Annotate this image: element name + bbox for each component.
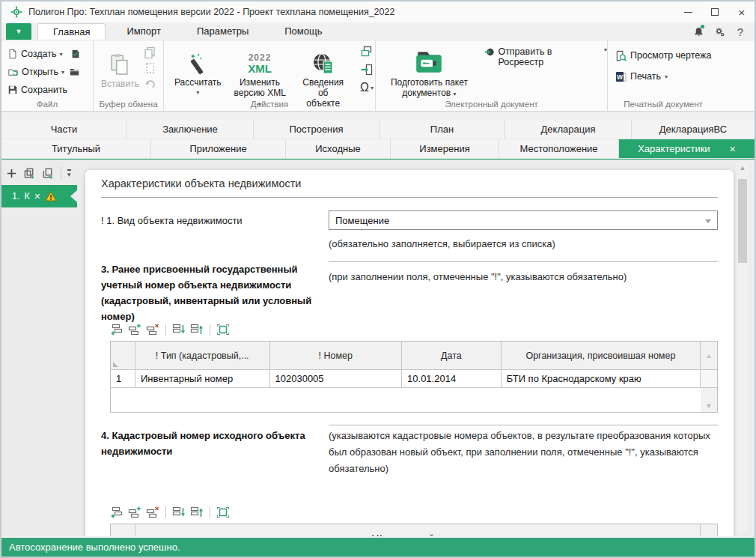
xml-version-icon: 2022 XML [248,43,272,75]
tab-plan[interactable]: План [379,120,505,139]
object-tab-label: К [24,191,29,201]
save-button[interactable]: Сохранить [7,81,88,99]
field4-label: 4. Кадастровый номер исходного объекта н… [101,428,329,459]
move-row-down-icon[interactable] [172,324,186,336]
scroll-up-icon[interactable]: ▲ [737,163,749,173]
tab-izmereniya[interactable]: Измерения [391,139,499,159]
prepare-package-button[interactable]: Подготовить пакет документов ▾ [385,43,474,100]
main-scrollbar[interactable]: ▲ [737,163,749,533]
scrollbar-thumb[interactable] [738,179,747,263]
create-button[interactable]: Создать▾ [7,45,88,63]
print-dropdown-icon[interactable]: ▾ [665,73,668,80]
tab-titulnyi[interactable]: Титульный [1,139,151,159]
table2-scroll-up[interactable]: ▲ [701,524,717,536]
tab-kharakteristiki[interactable]: Характеристики × [619,139,755,159]
folder-icon[interactable] [69,67,80,77]
table1-corner-cell[interactable] [111,342,135,370]
new-from-template-icon[interactable] [70,49,81,59]
print-button[interactable]: W Печать ▾ [615,67,719,85]
table1-header-date[interactable]: Дата [402,342,502,370]
open-button[interactable]: Открыть▾ [7,63,88,81]
field3-label: 3. Ранее присвоенный государственный уче… [101,261,326,324]
copy-object-icon[interactable] [42,167,55,180]
divider [329,425,718,425]
expand-table-icon[interactable] [216,506,230,518]
copy-icon[interactable] [144,46,156,58]
row-number-cell[interactable]: 1 [111,370,135,388]
statusbar: Автосохранение выполнено успешно. [1,538,755,557]
menu-tab-import[interactable]: Импорт [112,23,175,40]
add-object-icon[interactable] [6,168,17,179]
move-row-up-icon[interactable] [190,506,204,518]
cell-type[interactable]: Инвентарный номер [135,370,270,388]
help-icon[interactable]: ? [734,25,747,38]
list-options-icon[interactable]: ▾ [67,169,71,178]
create-dropdown-icon[interactable]: ▾ [60,51,63,58]
object-tab-close-icon[interactable]: × [34,190,40,202]
close-button[interactable]: × [734,4,750,20]
duplicate-object-icon[interactable] [23,167,36,180]
expand-table-icon[interactable] [216,324,230,336]
gears-icon[interactable] [713,25,726,38]
table1-header-type[interactable]: ! Тип (кадастровый,... [135,342,270,370]
table2-header-cadnumber[interactable]: ! Кадастровый номер [135,524,701,536]
undo-icon[interactable] [144,78,156,90]
menu-tab-glavnaya[interactable]: Главная [37,23,106,40]
send-rosreestr-label: Отправить в Росреестр [498,46,590,67]
add-row-icon[interactable] [110,324,124,336]
open-folder-icon [7,67,19,77]
tab-deklaratsiya-vs[interactable]: ДекларацияВС [632,120,755,139]
bell-icon[interactable] [692,25,705,38]
magic-wand-icon [188,43,207,75]
move-row-down-icon[interactable] [172,506,186,518]
tab-chasti[interactable]: Части [1,120,127,139]
table2-corner-cell[interactable] [111,524,135,536]
table1-header-org[interactable]: Организация, присвоившая номер [502,342,701,370]
tab-postroeniya[interactable]: Построения [254,120,379,139]
calculate-dropdown-icon[interactable]: ▾ [196,88,199,98]
table1-header-number[interactable]: ! Номер [270,342,403,370]
insert-row-icon[interactable] [128,506,141,518]
windows-copy-icon[interactable] [360,45,374,58]
table1-scroll-down[interactable]: ▼ [701,388,717,412]
tab-zaklyuchenie[interactable]: Заключение [127,120,254,139]
preview-drawing-button[interactable]: Просмотр чертежа [615,46,719,64]
tab-deklaratsiya[interactable]: Декларация [505,120,632,139]
object-kind-select[interactable]: Помещение [329,210,718,230]
import-icon[interactable] [360,63,374,76]
move-row-up-icon[interactable] [190,324,204,336]
tab-close-icon[interactable]: × [730,143,736,155]
workspace: ▾ 1. К × Характеристики объекта недвижим… [1,160,755,536]
table-row[interactable]: 1 Инвентарный номер 102030005 10.01.2014… [111,370,717,388]
menu-tab-parametry[interactable]: Параметры [182,23,263,40]
table1-scroll-track[interactable] [701,370,717,388]
delete-row-icon[interactable] [146,506,159,518]
app-menu-button[interactable]: ▼ [6,23,31,40]
object-tab-1[interactable]: 1. К × [1,185,77,207]
insert-row-icon[interactable] [128,324,141,336]
table1-scroll-up[interactable]: ▲ [701,342,717,370]
menu-tab-pomosch[interactable]: Помощь [269,23,337,40]
open-dropdown-icon[interactable]: ▾ [61,69,64,76]
warning-icon [45,191,57,201]
cell-date[interactable]: 10.01.2014 [402,370,502,388]
paste-button[interactable]: Вставить [101,45,139,90]
divider [329,261,718,262]
tab-prilozhenie[interactable]: Приложение [151,139,286,159]
special-symbol-button[interactable]: Ω▾ [360,81,374,94]
minimize-button[interactable] [680,4,696,20]
cell-org[interactable]: БТИ по Краснодарскому краю [502,370,701,388]
prepare-package-dropdown-icon[interactable]: ▾ [454,91,457,97]
maximize-button[interactable] [707,4,723,20]
add-row-icon[interactable] [110,506,124,518]
delete-row-icon[interactable] [146,324,159,336]
send-rosreestr-button[interactable]: Отправить в Росреестр ▾ [484,43,607,100]
paste-special-icon[interactable] [144,62,156,74]
tab-mestopolozhenie[interactable]: Местоположение [499,139,619,159]
cell-number[interactable]: 102030005 [270,370,403,388]
tab-iskhodnye[interactable]: Исходные [286,139,391,159]
window-controls: × [680,1,750,22]
ribbon: Создать▾ Открыть▾ Сохранить Файл Вс [1,40,755,112]
send-rosreestr-dropdown-icon[interactable]: ▾ [604,46,607,53]
save-label: Сохранить [21,85,67,95]
